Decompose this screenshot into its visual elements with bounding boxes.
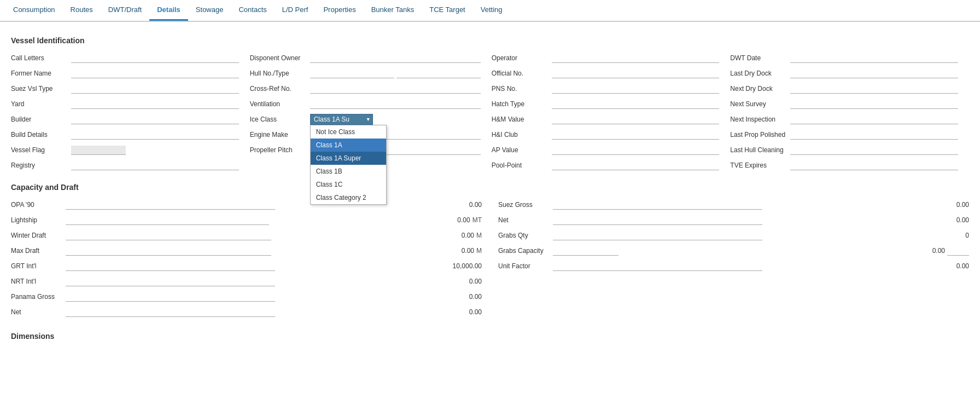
cross-ref-label: Cross-Ref No. xyxy=(250,85,310,93)
vessel-flag-input[interactable] xyxy=(71,146,126,155)
dropdown-option-class-category-2[interactable]: Class Category 2 xyxy=(311,191,386,204)
vessel-flag-label: Vessel Flag xyxy=(11,146,71,154)
next-inspection-label: Next Inspection xyxy=(730,116,790,123)
pool-point-input[interactable] xyxy=(552,161,720,170)
ice-class-container: Class 1A Su ▼ Not Ice Class Class 1A Cla… xyxy=(310,114,373,125)
nrt-intl-label: NRT Int'l xyxy=(11,278,66,285)
capacity-col2: Suez Gross 0.00 Net 0.00 Grabs Qty 0 Gra… xyxy=(498,198,969,321)
max-draft-label: Max Draft xyxy=(11,247,66,255)
grabs-capacity-extra-input[interactable] xyxy=(947,246,969,256)
last-hull-cleaning-label: Last Hull Cleaning xyxy=(730,146,790,154)
suez-gross-label: Suez Gross xyxy=(498,201,553,209)
dropdown-option-class-1a[interactable]: Class 1A xyxy=(311,139,386,152)
capacity-col1: OPA '90 0.00 Lightship 0.00 MT Winter Dr… xyxy=(11,198,482,321)
pns-no-label: PNS No. xyxy=(492,85,552,93)
net-input[interactable] xyxy=(66,308,275,317)
suez-vsl-type-input[interactable] xyxy=(71,84,239,94)
suez-gross-value: 0.00 xyxy=(762,201,970,209)
capacity-draft-title: Capacity and Draft xyxy=(11,183,969,192)
unit-factor-input[interactable] xyxy=(553,262,762,271)
panama-gross-value: 0.00 xyxy=(275,293,482,301)
builder-input[interactable] xyxy=(71,115,239,124)
next-inspection-input[interactable] xyxy=(790,115,958,124)
tab-routes[interactable]: Routes xyxy=(63,0,101,21)
last-prop-polished-input[interactable] xyxy=(790,130,958,140)
dimensions-title: Dimensions xyxy=(11,332,969,341)
winter-draft-input[interactable] xyxy=(66,231,271,240)
tab-bunker-tanks[interactable]: Bunker Tanks xyxy=(364,0,422,21)
winter-draft-value: 0.00 xyxy=(271,232,475,239)
vi-col2: Disponent Owner Hull No./Type Cross-Ref … xyxy=(250,51,492,174)
registry-input[interactable] xyxy=(71,161,239,170)
dropdown-option-class-1c[interactable]: Class 1C xyxy=(311,178,386,191)
max-draft-value: 0.00 xyxy=(271,247,475,255)
tab-dwt-draft[interactable]: DWT/Draft xyxy=(101,0,149,21)
yard-input[interactable] xyxy=(71,100,239,109)
vi-col3: Operator Official No. PNS No. Hatch Type… xyxy=(492,51,731,174)
pns-no-input[interactable] xyxy=(552,84,720,94)
next-dry-dock-input[interactable] xyxy=(790,84,958,94)
dropdown-option-class-1b[interactable]: Class 1B xyxy=(311,165,386,178)
nrt-intl-value: 0.00 xyxy=(275,278,482,285)
build-details-input[interactable] xyxy=(71,130,239,140)
ap-value-input[interactable] xyxy=(552,146,720,155)
tab-contacts[interactable]: Contacts xyxy=(231,0,274,21)
hatch-type-input[interactable] xyxy=(552,100,720,109)
tve-expires-input[interactable] xyxy=(790,161,958,170)
panama-gross-input[interactable] xyxy=(66,292,275,302)
hm-value-label: H&M Value xyxy=(492,116,552,123)
grt-intl-value: 10,000.00 xyxy=(275,262,482,270)
hi-club-input[interactable] xyxy=(552,130,720,140)
tab-vetting[interactable]: Vetting xyxy=(473,0,510,21)
tab-ld-perf[interactable]: L/D Perf xyxy=(275,0,316,21)
hull-no-input[interactable] xyxy=(310,69,394,78)
operator-input[interactable] xyxy=(552,54,720,63)
cross-ref-input[interactable] xyxy=(310,84,481,94)
next-survey-label: Next Survey xyxy=(730,100,790,108)
nav-tabs: Consumption Routes DWT/Draft Details Sto… xyxy=(0,0,980,22)
suez-gross-input[interactable] xyxy=(553,200,762,210)
grt-intl-input[interactable] xyxy=(66,262,275,271)
grabs-qty-input[interactable] xyxy=(553,231,762,240)
call-letters-input[interactable] xyxy=(71,54,239,63)
registry-label: Registry xyxy=(11,162,71,169)
lightship-input[interactable] xyxy=(66,216,269,225)
disponent-owner-input[interactable] xyxy=(310,54,481,63)
vi-col4: DWT Date Last Dry Dock Next Dry Dock Nex… xyxy=(730,51,969,174)
last-hull-cleaning-input[interactable] xyxy=(790,146,958,155)
tab-stowage[interactable]: Stowage xyxy=(188,0,231,21)
dropdown-option-not-ice-class[interactable]: Not Ice Class xyxy=(311,125,386,139)
grt-intl-label: GRT Int'l xyxy=(11,262,66,270)
ice-class-dropdown-button[interactable]: Class 1A Su ▼ xyxy=(310,114,373,125)
grabs-qty-label: Grabs Qty xyxy=(498,232,553,239)
ventilation-input[interactable] xyxy=(310,100,481,109)
official-no-label: Official No. xyxy=(492,70,552,77)
hull-type-input[interactable] xyxy=(396,69,481,78)
dwt-date-input[interactable] xyxy=(790,54,958,63)
next-survey-input[interactable] xyxy=(790,100,958,109)
tab-consumption[interactable]: Consumption xyxy=(5,0,63,21)
suez-net-input[interactable] xyxy=(553,216,762,225)
former-name-input[interactable] xyxy=(71,69,239,78)
ap-value-label: AP Value xyxy=(492,146,552,154)
ice-class-label: Ice Class xyxy=(250,116,310,123)
grabs-capacity-input[interactable] xyxy=(553,246,619,256)
tab-details[interactable]: Details xyxy=(149,0,188,21)
nrt-intl-input[interactable] xyxy=(66,277,275,286)
vessel-identification-title: Vessel Identification xyxy=(11,36,969,45)
dropdown-option-class-1a-super[interactable]: Class 1A Super xyxy=(311,152,386,165)
opa90-input[interactable] xyxy=(66,200,275,210)
hm-value-input[interactable] xyxy=(552,115,720,124)
lightship-value: 0.00 xyxy=(269,216,470,224)
last-dry-dock-input[interactable] xyxy=(790,69,958,78)
max-draft-input[interactable] xyxy=(66,246,271,256)
dropdown-arrow-icon: ▼ xyxy=(366,117,371,122)
tab-tce-target[interactable]: TCE Target xyxy=(422,0,473,21)
grabs-capacity-label: Grabs Capacity xyxy=(498,247,553,255)
opa90-label: OPA '90 xyxy=(11,201,66,209)
lightship-label: Lightship xyxy=(11,216,66,224)
tab-properties[interactable]: Properties xyxy=(316,0,363,21)
official-no-input[interactable] xyxy=(552,69,720,78)
pool-point-label: Pool-Point xyxy=(492,162,552,169)
ice-class-selected-value: Class 1A Su xyxy=(314,116,349,123)
